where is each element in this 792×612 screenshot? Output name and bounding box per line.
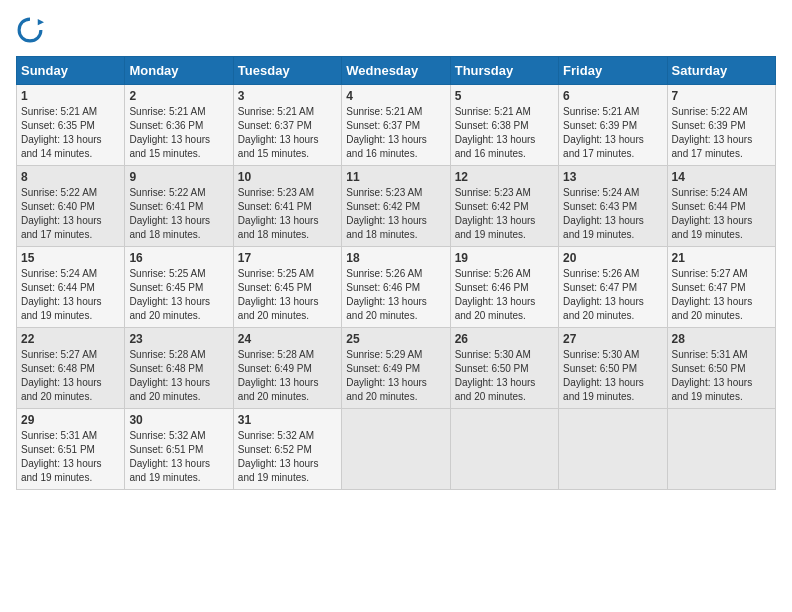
daylight-label: Daylight: 13 hours and 18 minutes. [129,215,210,240]
day-info: Sunrise: 5:31 AM Sunset: 6:50 PM Dayligh… [672,348,771,404]
daylight-label: Daylight: 13 hours and 19 minutes. [672,377,753,402]
calendar-day-cell: 28 Sunrise: 5:31 AM Sunset: 6:50 PM Dayl… [667,328,775,409]
sunset-label: Sunset: 6:39 PM [672,120,746,131]
day-info: Sunrise: 5:27 AM Sunset: 6:47 PM Dayligh… [672,267,771,323]
day-number: 25 [346,332,445,346]
sunrise-label: Sunrise: 5:22 AM [129,187,205,198]
sunset-label: Sunset: 6:45 PM [238,282,312,293]
daylight-label: Daylight: 13 hours and 14 minutes. [21,134,102,159]
day-info: Sunrise: 5:21 AM Sunset: 6:37 PM Dayligh… [346,105,445,161]
daylight-label: Daylight: 13 hours and 20 minutes. [455,377,536,402]
day-number: 21 [672,251,771,265]
day-info: Sunrise: 5:21 AM Sunset: 6:35 PM Dayligh… [21,105,120,161]
sunrise-label: Sunrise: 5:30 AM [455,349,531,360]
sunset-label: Sunset: 6:51 PM [21,444,95,455]
sunset-label: Sunset: 6:39 PM [563,120,637,131]
sunrise-label: Sunrise: 5:24 AM [563,187,639,198]
daylight-label: Daylight: 13 hours and 15 minutes. [238,134,319,159]
calendar-day-header: Saturday [667,57,775,85]
page-header [16,16,776,44]
sunset-label: Sunset: 6:46 PM [455,282,529,293]
day-number: 23 [129,332,228,346]
sunset-label: Sunset: 6:45 PM [129,282,203,293]
day-number: 7 [672,89,771,103]
day-number: 19 [455,251,554,265]
calendar-day-cell: 25 Sunrise: 5:29 AM Sunset: 6:49 PM Dayl… [342,328,450,409]
sunrise-label: Sunrise: 5:23 AM [238,187,314,198]
calendar-day-cell: 14 Sunrise: 5:24 AM Sunset: 6:44 PM Dayl… [667,166,775,247]
calendar-day-cell: 16 Sunrise: 5:25 AM Sunset: 6:45 PM Dayl… [125,247,233,328]
daylight-label: Daylight: 13 hours and 19 minutes. [21,458,102,483]
sunset-label: Sunset: 6:49 PM [346,363,420,374]
day-number: 3 [238,89,337,103]
day-number: 14 [672,170,771,184]
sunrise-label: Sunrise: 5:21 AM [455,106,531,117]
sunset-label: Sunset: 6:50 PM [672,363,746,374]
day-info: Sunrise: 5:25 AM Sunset: 6:45 PM Dayligh… [129,267,228,323]
day-number: 31 [238,413,337,427]
daylight-label: Daylight: 13 hours and 20 minutes. [672,296,753,321]
calendar-day-header: Wednesday [342,57,450,85]
sunrise-label: Sunrise: 5:21 AM [129,106,205,117]
sunrise-label: Sunrise: 5:31 AM [672,349,748,360]
calendar-day-cell [559,409,667,490]
day-number: 30 [129,413,228,427]
day-info: Sunrise: 5:26 AM Sunset: 6:47 PM Dayligh… [563,267,662,323]
calendar-day-header: Friday [559,57,667,85]
calendar-day-cell: 19 Sunrise: 5:26 AM Sunset: 6:46 PM Dayl… [450,247,558,328]
sunset-label: Sunset: 6:42 PM [455,201,529,212]
daylight-label: Daylight: 13 hours and 17 minutes. [21,215,102,240]
day-info: Sunrise: 5:28 AM Sunset: 6:48 PM Dayligh… [129,348,228,404]
daylight-label: Daylight: 13 hours and 17 minutes. [563,134,644,159]
daylight-label: Daylight: 13 hours and 20 minutes. [346,377,427,402]
day-info: Sunrise: 5:32 AM Sunset: 6:52 PM Dayligh… [238,429,337,485]
calendar-day-cell: 23 Sunrise: 5:28 AM Sunset: 6:48 PM Dayl… [125,328,233,409]
sunset-label: Sunset: 6:43 PM [563,201,637,212]
sunrise-label: Sunrise: 5:27 AM [672,268,748,279]
day-number: 8 [21,170,120,184]
sunrise-label: Sunrise: 5:23 AM [346,187,422,198]
day-info: Sunrise: 5:24 AM Sunset: 6:44 PM Dayligh… [21,267,120,323]
sunrise-label: Sunrise: 5:27 AM [21,349,97,360]
day-number: 1 [21,89,120,103]
sunrise-label: Sunrise: 5:32 AM [129,430,205,441]
day-info: Sunrise: 5:30 AM Sunset: 6:50 PM Dayligh… [455,348,554,404]
sunrise-label: Sunrise: 5:26 AM [455,268,531,279]
calendar-day-cell: 30 Sunrise: 5:32 AM Sunset: 6:51 PM Dayl… [125,409,233,490]
day-info: Sunrise: 5:22 AM Sunset: 6:40 PM Dayligh… [21,186,120,242]
calendar-day-cell [450,409,558,490]
daylight-label: Daylight: 13 hours and 19 minutes. [238,458,319,483]
day-info: Sunrise: 5:25 AM Sunset: 6:45 PM Dayligh… [238,267,337,323]
daylight-label: Daylight: 13 hours and 20 minutes. [455,296,536,321]
calendar-week-row: 1 Sunrise: 5:21 AM Sunset: 6:35 PM Dayli… [17,85,776,166]
calendar-day-cell: 17 Sunrise: 5:25 AM Sunset: 6:45 PM Dayl… [233,247,341,328]
calendar-day-cell: 4 Sunrise: 5:21 AM Sunset: 6:37 PM Dayli… [342,85,450,166]
sunset-label: Sunset: 6:36 PM [129,120,203,131]
day-info: Sunrise: 5:27 AM Sunset: 6:48 PM Dayligh… [21,348,120,404]
day-number: 27 [563,332,662,346]
calendar-day-cell: 18 Sunrise: 5:26 AM Sunset: 6:46 PM Dayl… [342,247,450,328]
day-info: Sunrise: 5:21 AM Sunset: 6:38 PM Dayligh… [455,105,554,161]
day-info: Sunrise: 5:23 AM Sunset: 6:41 PM Dayligh… [238,186,337,242]
day-info: Sunrise: 5:22 AM Sunset: 6:41 PM Dayligh… [129,186,228,242]
daylight-label: Daylight: 13 hours and 19 minutes. [129,458,210,483]
calendar-day-cell [667,409,775,490]
sunset-label: Sunset: 6:44 PM [21,282,95,293]
sunset-label: Sunset: 6:37 PM [238,120,312,131]
calendar-day-cell: 1 Sunrise: 5:21 AM Sunset: 6:35 PM Dayli… [17,85,125,166]
sunset-label: Sunset: 6:37 PM [346,120,420,131]
calendar-day-cell [342,409,450,490]
calendar-day-cell: 3 Sunrise: 5:21 AM Sunset: 6:37 PM Dayli… [233,85,341,166]
day-info: Sunrise: 5:30 AM Sunset: 6:50 PM Dayligh… [563,348,662,404]
sunrise-label: Sunrise: 5:21 AM [346,106,422,117]
day-number: 13 [563,170,662,184]
sunset-label: Sunset: 6:44 PM [672,201,746,212]
calendar-week-row: 29 Sunrise: 5:31 AM Sunset: 6:51 PM Dayl… [17,409,776,490]
sunrise-label: Sunrise: 5:26 AM [346,268,422,279]
daylight-label: Daylight: 13 hours and 20 minutes. [238,296,319,321]
calendar-week-row: 8 Sunrise: 5:22 AM Sunset: 6:40 PM Dayli… [17,166,776,247]
day-number: 29 [21,413,120,427]
daylight-label: Daylight: 13 hours and 20 minutes. [129,377,210,402]
daylight-label: Daylight: 13 hours and 19 minutes. [21,296,102,321]
sunset-label: Sunset: 6:50 PM [563,363,637,374]
